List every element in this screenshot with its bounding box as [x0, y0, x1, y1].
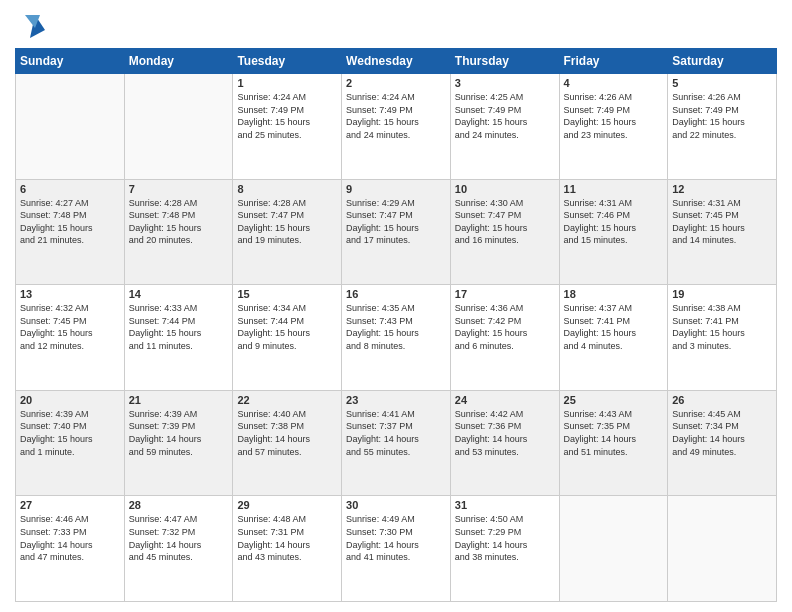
calendar-day-cell: 26Sunrise: 4:45 AM Sunset: 7:34 PM Dayli…: [668, 390, 777, 496]
day-info: Sunrise: 4:24 AM Sunset: 7:49 PM Dayligh…: [237, 91, 337, 141]
calendar-day-cell: 7Sunrise: 4:28 AM Sunset: 7:48 PM Daylig…: [124, 179, 233, 285]
day-number: 25: [564, 394, 664, 406]
calendar-body: 1Sunrise: 4:24 AM Sunset: 7:49 PM Daylig…: [16, 74, 777, 602]
day-number: 3: [455, 77, 555, 89]
day-info: Sunrise: 4:29 AM Sunset: 7:47 PM Dayligh…: [346, 197, 446, 247]
header: [15, 10, 777, 40]
day-info: Sunrise: 4:45 AM Sunset: 7:34 PM Dayligh…: [672, 408, 772, 458]
day-info: Sunrise: 4:28 AM Sunset: 7:48 PM Dayligh…: [129, 197, 229, 247]
day-info: Sunrise: 4:28 AM Sunset: 7:47 PM Dayligh…: [237, 197, 337, 247]
day-info: Sunrise: 4:50 AM Sunset: 7:29 PM Dayligh…: [455, 513, 555, 563]
calendar-week-row: 20Sunrise: 4:39 AM Sunset: 7:40 PM Dayli…: [16, 390, 777, 496]
day-number: 4: [564, 77, 664, 89]
calendar-day-cell: 6Sunrise: 4:27 AM Sunset: 7:48 PM Daylig…: [16, 179, 125, 285]
day-info: Sunrise: 4:26 AM Sunset: 7:49 PM Dayligh…: [564, 91, 664, 141]
calendar-day-cell: [668, 496, 777, 602]
day-info: Sunrise: 4:34 AM Sunset: 7:44 PM Dayligh…: [237, 302, 337, 352]
calendar-day-cell: 18Sunrise: 4:37 AM Sunset: 7:41 PM Dayli…: [559, 285, 668, 391]
calendar-day-cell: 14Sunrise: 4:33 AM Sunset: 7:44 PM Dayli…: [124, 285, 233, 391]
day-number: 9: [346, 183, 446, 195]
day-info: Sunrise: 4:31 AM Sunset: 7:46 PM Dayligh…: [564, 197, 664, 247]
day-info: Sunrise: 4:42 AM Sunset: 7:36 PM Dayligh…: [455, 408, 555, 458]
calendar-day-cell: 10Sunrise: 4:30 AM Sunset: 7:47 PM Dayli…: [450, 179, 559, 285]
day-info: Sunrise: 4:25 AM Sunset: 7:49 PM Dayligh…: [455, 91, 555, 141]
weekday-header-cell: Tuesday: [233, 49, 342, 74]
day-number: 18: [564, 288, 664, 300]
day-number: 8: [237, 183, 337, 195]
calendar-day-cell: 13Sunrise: 4:32 AM Sunset: 7:45 PM Dayli…: [16, 285, 125, 391]
day-number: 27: [20, 499, 120, 511]
day-number: 20: [20, 394, 120, 406]
weekday-header-cell: Monday: [124, 49, 233, 74]
day-number: 22: [237, 394, 337, 406]
day-info: Sunrise: 4:39 AM Sunset: 7:40 PM Dayligh…: [20, 408, 120, 458]
day-info: Sunrise: 4:27 AM Sunset: 7:48 PM Dayligh…: [20, 197, 120, 247]
day-number: 23: [346, 394, 446, 406]
calendar-day-cell: 16Sunrise: 4:35 AM Sunset: 7:43 PM Dayli…: [342, 285, 451, 391]
calendar-day-cell: 28Sunrise: 4:47 AM Sunset: 7:32 PM Dayli…: [124, 496, 233, 602]
day-number: 1: [237, 77, 337, 89]
day-info: Sunrise: 4:48 AM Sunset: 7:31 PM Dayligh…: [237, 513, 337, 563]
day-number: 29: [237, 499, 337, 511]
day-info: Sunrise: 4:30 AM Sunset: 7:47 PM Dayligh…: [455, 197, 555, 247]
day-number: 14: [129, 288, 229, 300]
calendar-week-row: 1Sunrise: 4:24 AM Sunset: 7:49 PM Daylig…: [16, 74, 777, 180]
calendar-day-cell: 12Sunrise: 4:31 AM Sunset: 7:45 PM Dayli…: [668, 179, 777, 285]
calendar-day-cell: 11Sunrise: 4:31 AM Sunset: 7:46 PM Dayli…: [559, 179, 668, 285]
day-info: Sunrise: 4:26 AM Sunset: 7:49 PM Dayligh…: [672, 91, 772, 141]
calendar-week-row: 6Sunrise: 4:27 AM Sunset: 7:48 PM Daylig…: [16, 179, 777, 285]
calendar-week-row: 13Sunrise: 4:32 AM Sunset: 7:45 PM Dayli…: [16, 285, 777, 391]
day-number: 12: [672, 183, 772, 195]
weekday-header: SundayMondayTuesdayWednesdayThursdayFrid…: [16, 49, 777, 74]
day-info: Sunrise: 4:32 AM Sunset: 7:45 PM Dayligh…: [20, 302, 120, 352]
calendar-day-cell: [559, 496, 668, 602]
calendar-day-cell: 2Sunrise: 4:24 AM Sunset: 7:49 PM Daylig…: [342, 74, 451, 180]
calendar-day-cell: 15Sunrise: 4:34 AM Sunset: 7:44 PM Dayli…: [233, 285, 342, 391]
calendar-day-cell: 31Sunrise: 4:50 AM Sunset: 7:29 PM Dayli…: [450, 496, 559, 602]
day-number: 21: [129, 394, 229, 406]
day-info: Sunrise: 4:31 AM Sunset: 7:45 PM Dayligh…: [672, 197, 772, 247]
calendar: SundayMondayTuesdayWednesdayThursdayFrid…: [15, 48, 777, 602]
weekday-header-cell: Wednesday: [342, 49, 451, 74]
calendar-day-cell: 23Sunrise: 4:41 AM Sunset: 7:37 PM Dayli…: [342, 390, 451, 496]
page: SundayMondayTuesdayWednesdayThursdayFrid…: [0, 0, 792, 612]
calendar-day-cell: 25Sunrise: 4:43 AM Sunset: 7:35 PM Dayli…: [559, 390, 668, 496]
calendar-day-cell: 30Sunrise: 4:49 AM Sunset: 7:30 PM Dayli…: [342, 496, 451, 602]
day-info: Sunrise: 4:35 AM Sunset: 7:43 PM Dayligh…: [346, 302, 446, 352]
day-info: Sunrise: 4:39 AM Sunset: 7:39 PM Dayligh…: [129, 408, 229, 458]
day-number: 7: [129, 183, 229, 195]
day-info: Sunrise: 4:40 AM Sunset: 7:38 PM Dayligh…: [237, 408, 337, 458]
day-number: 5: [672, 77, 772, 89]
day-number: 6: [20, 183, 120, 195]
weekday-header-cell: Saturday: [668, 49, 777, 74]
day-info: Sunrise: 4:46 AM Sunset: 7:33 PM Dayligh…: [20, 513, 120, 563]
day-info: Sunrise: 4:41 AM Sunset: 7:37 PM Dayligh…: [346, 408, 446, 458]
calendar-day-cell: 8Sunrise: 4:28 AM Sunset: 7:47 PM Daylig…: [233, 179, 342, 285]
logo: [15, 10, 49, 40]
day-number: 26: [672, 394, 772, 406]
day-number: 15: [237, 288, 337, 300]
day-info: Sunrise: 4:24 AM Sunset: 7:49 PM Dayligh…: [346, 91, 446, 141]
calendar-day-cell: 9Sunrise: 4:29 AM Sunset: 7:47 PM Daylig…: [342, 179, 451, 285]
day-number: 24: [455, 394, 555, 406]
day-info: Sunrise: 4:49 AM Sunset: 7:30 PM Dayligh…: [346, 513, 446, 563]
calendar-day-cell: 5Sunrise: 4:26 AM Sunset: 7:49 PM Daylig…: [668, 74, 777, 180]
calendar-day-cell: 3Sunrise: 4:25 AM Sunset: 7:49 PM Daylig…: [450, 74, 559, 180]
calendar-day-cell: 27Sunrise: 4:46 AM Sunset: 7:33 PM Dayli…: [16, 496, 125, 602]
calendar-day-cell: 21Sunrise: 4:39 AM Sunset: 7:39 PM Dayli…: [124, 390, 233, 496]
day-number: 13: [20, 288, 120, 300]
day-number: 28: [129, 499, 229, 511]
weekday-header-cell: Thursday: [450, 49, 559, 74]
day-info: Sunrise: 4:37 AM Sunset: 7:41 PM Dayligh…: [564, 302, 664, 352]
calendar-day-cell: 17Sunrise: 4:36 AM Sunset: 7:42 PM Dayli…: [450, 285, 559, 391]
calendar-day-cell: 4Sunrise: 4:26 AM Sunset: 7:49 PM Daylig…: [559, 74, 668, 180]
day-info: Sunrise: 4:43 AM Sunset: 7:35 PM Dayligh…: [564, 408, 664, 458]
weekday-header-cell: Sunday: [16, 49, 125, 74]
day-number: 31: [455, 499, 555, 511]
weekday-header-cell: Friday: [559, 49, 668, 74]
day-number: 17: [455, 288, 555, 300]
day-info: Sunrise: 4:33 AM Sunset: 7:44 PM Dayligh…: [129, 302, 229, 352]
day-number: 11: [564, 183, 664, 195]
calendar-day-cell: 19Sunrise: 4:38 AM Sunset: 7:41 PM Dayli…: [668, 285, 777, 391]
day-info: Sunrise: 4:38 AM Sunset: 7:41 PM Dayligh…: [672, 302, 772, 352]
